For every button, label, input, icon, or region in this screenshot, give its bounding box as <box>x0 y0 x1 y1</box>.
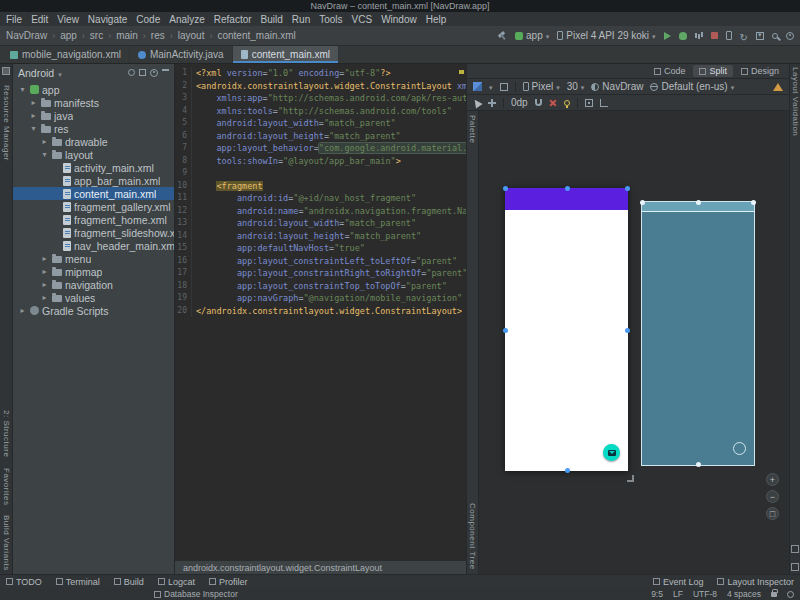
collapse-all-icon[interactable] <box>139 69 146 76</box>
autoconnect-magnet-icon[interactable] <box>535 99 542 106</box>
tree-item-java[interactable]: ▸java <box>13 109 174 122</box>
design-surface-icon[interactable] <box>473 82 482 91</box>
menu-item-refactor[interactable]: Refactor <box>214 14 252 25</box>
mode-split[interactable]: Split <box>693 65 733 77</box>
locate-file-icon[interactable] <box>128 69 135 76</box>
selection-handle[interactable] <box>751 200 756 205</box>
pan-tool-icon[interactable] <box>488 99 496 107</box>
menu-item-help[interactable]: Help <box>426 14 447 25</box>
project-tool-icon[interactable] <box>2 67 10 75</box>
tree-item-mipmap[interactable]: ▸mipmap <box>13 265 174 278</box>
menu-item-vcs[interactable]: VCS <box>352 14 373 25</box>
selection-handle[interactable] <box>625 328 630 333</box>
run-icon[interactable] <box>664 32 671 40</box>
tree-expand-arrow[interactable]: ▸ <box>29 111 38 120</box>
tool-button-build[interactable]: Build <box>114 577 144 587</box>
selection-handle[interactable] <box>503 328 508 333</box>
tree-expand-arrow[interactable]: ▸ <box>18 306 27 315</box>
tree-item-navigation[interactable]: ▸navigation <box>13 278 174 291</box>
tree-item-drawable[interactable]: ▸drawable <box>13 135 174 148</box>
error-stripe[interactable] <box>458 64 466 574</box>
profiler-icon[interactable] <box>695 33 697 38</box>
menu-item-file[interactable]: File <box>6 14 22 25</box>
default-margin-selector[interactable]: 0dp <box>511 97 528 108</box>
device-manager-icon[interactable] <box>726 31 732 40</box>
mode-code[interactable]: Code <box>648 65 692 77</box>
tool-tab-favorites[interactable]: Favorites <box>2 468 11 505</box>
status-item-lf[interactable]: LF <box>673 589 683 599</box>
tree-collapse-arrow[interactable]: ▾ <box>40 150 49 159</box>
tree-item-nav-header-main-xml[interactable]: nav_header_main.xml <box>13 239 174 252</box>
breadcrumb-item[interactable]: main <box>116 30 138 41</box>
warning-icon[interactable] <box>773 83 783 91</box>
tool-tab-resource-manager[interactable]: Resource Manager <box>2 85 11 161</box>
sync-icon[interactable] <box>740 27 748 45</box>
tree-item-manifests[interactable]: ▸manifests <box>13 96 174 109</box>
breadcrumb-item[interactable]: NavDraw <box>6 30 47 41</box>
tree-item-res[interactable]: ▾res <box>13 122 174 135</box>
tree-expand-arrow[interactable]: ▸ <box>29 98 38 107</box>
tree-expand-arrow[interactable]: ▸ <box>40 280 49 289</box>
theme-menu[interactable]: NavDraw <box>591 81 643 92</box>
select-tool-icon[interactable] <box>471 97 482 108</box>
editor-breadcrumb[interactable]: androidx.constraintlayout.widget.Constra… <box>175 560 466 574</box>
selection-handle[interactable] <box>565 186 570 191</box>
tree-item-fragment-gallery-xml[interactable]: fragment_gallery.xml <box>13 200 174 213</box>
code-editor[interactable]: 1<?xml version="1.0" encoding="utf-8"?>2… <box>175 64 467 574</box>
gear-icon[interactable] <box>150 69 158 77</box>
tab-content_main.xml[interactable]: content_main.xml <box>233 46 339 63</box>
tool-button-todo[interactable]: TODO <box>6 577 42 587</box>
design-canvas[interactable]: +−□ <box>479 111 789 574</box>
selection-handle[interactable] <box>565 468 570 473</box>
clear-constraints-icon[interactable] <box>549 99 557 107</box>
tree-collapse-arrow[interactable]: ▾ <box>18 85 27 94</box>
menu-item-analyze[interactable]: Analyze <box>169 14 205 25</box>
tab-mobile_navigation.xml[interactable]: mobile_navigation.xml <box>2 46 130 63</box>
breadcrumb-item[interactable]: layout <box>178 30 205 41</box>
sdk-icon[interactable] <box>756 32 764 40</box>
breadcrumb-element[interactable]: androidx.constraintlayout.widget.Constra… <box>183 563 382 573</box>
hide-panel-icon[interactable] <box>162 69 169 71</box>
menu-item-code[interactable]: Code <box>136 14 160 25</box>
palette-tab[interactable]: Palette <box>468 115 477 143</box>
debug-icon[interactable] <box>679 32 687 40</box>
tree-item-content-main-xml[interactable]: content_main.xml <box>13 187 174 200</box>
tree-item-fragment-home-xml[interactable]: fragment_home.xml <box>13 213 174 226</box>
breadcrumb-item[interactable]: res <box>151 30 165 41</box>
selection-handle[interactable] <box>640 200 645 205</box>
menu-item-view[interactable]: View <box>57 14 79 25</box>
menu-item-run[interactable]: Run <box>292 14 310 25</box>
status-item-9-5[interactable]: 9:5 <box>651 589 663 599</box>
api-version-menu[interactable]: 30 <box>567 81 585 92</box>
zoom-fit-button[interactable]: □ <box>766 507 779 520</box>
canvas-resize-handle[interactable] <box>627 475 634 482</box>
pack-icon[interactable] <box>585 99 593 107</box>
status-item-4-spaces[interactable]: 4 spaces <box>727 589 761 599</box>
tab-MainActivity.java[interactable]: MainActivity.java <box>130 46 233 63</box>
tree-item-values[interactable]: ▸values <box>13 291 174 304</box>
selection-handle[interactable] <box>503 186 508 191</box>
code-lines[interactable]: 1<?xml version="1.0" encoding="utf-8"?>2… <box>175 64 466 560</box>
lock-icon[interactable] <box>771 592 777 597</box>
device-file-explorer-icon[interactable] <box>791 545 799 553</box>
tool-button-event-log[interactable]: Event Log <box>653 577 704 587</box>
menu-item-tools[interactable]: Tools <box>319 14 342 25</box>
locale-menu[interactable]: Default (en-us) <box>650 81 734 92</box>
tool-button-logcat[interactable]: Logcat <box>158 577 195 587</box>
tree-item-app[interactable]: ▾app <box>13 83 174 96</box>
blueprint-fab-outline[interactable] <box>733 442 746 455</box>
tool-tab-2-structure[interactable]: 2: Structure <box>2 410 11 457</box>
app-bar-preview[interactable] <box>505 188 628 210</box>
tree-expand-arrow[interactable]: ▸ <box>40 254 49 263</box>
breadcrumb-item[interactable]: app <box>60 30 77 41</box>
device-menu[interactable]: Pixel <box>523 81 560 92</box>
fab-button[interactable] <box>603 444 620 461</box>
mode-design[interactable]: Design <box>735 65 785 77</box>
stop-icon[interactable] <box>711 32 718 39</box>
component-tree-tab[interactable]: Component Tree <box>468 503 477 570</box>
emulator-icon[interactable] <box>791 563 799 571</box>
build-hammer-icon[interactable] <box>497 31 507 41</box>
orientation-icon[interactable] <box>500 83 508 91</box>
align-icon[interactable] <box>600 99 608 107</box>
menu-item-build[interactable]: Build <box>261 14 283 25</box>
